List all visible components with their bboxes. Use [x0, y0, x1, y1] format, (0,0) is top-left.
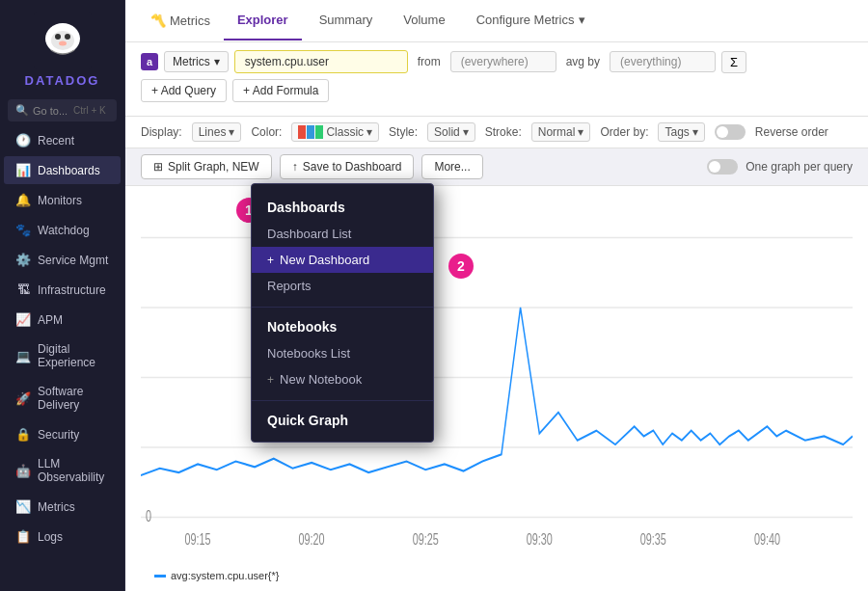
dashboards-dropdown-menu[interactable]: Dashboards Dashboard List + New Dashboar…: [251, 183, 434, 443]
notebooks-list-label: Notebooks List: [267, 346, 350, 361]
sidebar-item-monitors[interactable]: 🔔 Monitors: [4, 186, 121, 214]
order-select[interactable]: Tags ▾: [658, 122, 704, 142]
sidebar-item-apm[interactable]: 📈 APM: [4, 306, 121, 334]
sidebar-item-label-llm: LLM Observability: [38, 457, 109, 484]
reverse-order-toggle[interactable]: [715, 124, 746, 140]
sidebar: DATADOG 🔍 Go to... Ctrl + K 🕐 Recent 📊 D…: [0, 0, 125, 591]
add-formula-button[interactable]: + Add Formula: [232, 79, 329, 102]
chevron-down-icon: ▾: [463, 125, 469, 139]
logs-icon: 📋: [15, 529, 31, 544]
sidebar-item-label-watchdog: Watchdog: [38, 224, 90, 237]
top-tabs: 〽️ Metrics Explorer Summary Volume Confi…: [125, 0, 868, 42]
dropdown-notebooks-list[interactable]: Notebooks List: [252, 340, 433, 366]
sidebar-item-label-service-mgmt: Service Mgmt: [38, 254, 108, 267]
dropdown-divider-1: [252, 307, 433, 308]
svg-text:09:40: 09:40: [754, 531, 780, 549]
chevron-down-icon: ▾: [229, 125, 234, 139]
svg-text:0: 0: [146, 508, 151, 525]
sidebar-item-metrics[interactable]: 📉 Metrics: [4, 493, 121, 521]
sidebar-item-infrastructure[interactable]: 🏗 Infrastructure: [4, 276, 121, 304]
svg-point-5: [55, 34, 61, 40]
sidebar-item-label-infrastructure: Infrastructure: [38, 283, 106, 297]
service-mgmt-icon: ⚙️: [15, 253, 31, 267]
software-delivery-icon: 🚀: [15, 391, 31, 406]
from-label: from: [414, 55, 445, 68]
datadog-logo: [34, 12, 92, 69]
split-graph-button[interactable]: ⊞ Split Graph, NEW: [141, 154, 272, 179]
metric-value-input[interactable]: [234, 50, 408, 73]
svg-point-7: [59, 41, 67, 46]
chevron-down-icon: ▾: [579, 13, 585, 27]
style-select[interactable]: Solid ▾: [427, 122, 475, 142]
order-label: Order by:: [600, 125, 648, 139]
color-blocks: [298, 125, 323, 139]
add-query-button[interactable]: + Add Query: [141, 79, 227, 102]
chart-area: 09:15 09:20 09:25 09:30 09:35 09:40 0 av…: [125, 186, 868, 591]
sidebar-item-label-recent: Recent: [38, 134, 74, 148]
tab-metrics[interactable]: 〽️ Metrics: [141, 2, 220, 40]
logo-area: DATADOG: [0, 0, 124, 95]
sidebar-item-software-delivery[interactable]: 🚀 Software Delivery: [4, 378, 121, 418]
dashboards-icon: 📊: [15, 163, 31, 177]
tab-configure-metrics[interactable]: Configure Metrics ▾: [463, 1, 599, 40]
one-graph-toggle[interactable]: [707, 159, 738, 175]
query-badge: a: [141, 53, 158, 70]
display-bar: Display: Lines ▾ Color: Classic ▾ Style:…: [125, 117, 868, 148]
chevron-down-icon: ▾: [214, 55, 220, 68]
dashboard-list-label: Dashboard List: [267, 227, 351, 241]
sidebar-item-label-software-delivery: Software Delivery: [38, 385, 109, 412]
sidebar-item-dashboards[interactable]: 📊 Dashboards: [4, 156, 121, 184]
sidebar-item-llm[interactable]: 🤖 LLM Observability: [4, 450, 121, 491]
dropdown-dashboard-list[interactable]: Dashboard List: [252, 221, 433, 247]
sigma-button[interactable]: Σ: [721, 51, 746, 73]
sidebar-item-recent[interactable]: 🕐 Recent: [4, 126, 121, 154]
toggle-knob: [717, 126, 728, 138]
one-graph-per-query-row: One graph per query: [707, 159, 853, 175]
tab-volume[interactable]: Volume: [390, 1, 458, 40]
action-bar: ⊞ Split Graph, NEW ↑ Save to Dashboard M…: [125, 148, 868, 186]
one-graph-label: One graph per query: [746, 160, 853, 174]
sidebar-item-digital-exp[interactable]: 💻 Digital Experience: [4, 336, 121, 376]
color-block-red: [298, 125, 306, 139]
chevron-down-icon: ▾: [578, 125, 583, 139]
metrics-icon: 📉: [15, 499, 31, 514]
sidebar-item-logs[interactable]: 📋 Logs: [4, 523, 121, 551]
reports-label: Reports: [267, 279, 312, 293]
digital-exp-icon: 💻: [15, 349, 31, 363]
sidebar-item-security[interactable]: 🔒 Security: [4, 420, 121, 448]
metric-type-select[interactable]: Metrics ▾: [164, 51, 229, 72]
more-button[interactable]: More...: [421, 154, 482, 179]
plus-icon-2: +: [267, 373, 274, 387]
color-block-green: [315, 125, 323, 139]
monitors-icon: 🔔: [15, 193, 31, 207]
tab-summary[interactable]: Summary: [306, 1, 387, 40]
dropdown-reports[interactable]: Reports: [252, 273, 433, 299]
from-field[interactable]: (everywhere): [450, 51, 556, 72]
global-search[interactable]: 🔍 Go to... Ctrl + K: [8, 99, 117, 121]
sidebar-item-label-monitors: Monitors: [38, 194, 82, 207]
dropdown-notebooks-title: Notebooks: [252, 315, 433, 340]
svg-text:09:30: 09:30: [527, 531, 553, 549]
dropdown-new-dashboard[interactable]: + New Dashboard: [252, 247, 433, 273]
svg-text:09:25: 09:25: [413, 531, 439, 549]
watchdog-icon: 🐾: [15, 223, 31, 237]
save-to-dashboard-button[interactable]: ↑ Save to Dashboard: [280, 154, 415, 179]
save-icon: ↑: [292, 160, 298, 174]
chart-legend: avg:system.cpu.user{*}: [154, 570, 280, 581]
avg-field[interactable]: (everything): [610, 51, 716, 72]
svg-point-6: [65, 34, 70, 40]
tab-explorer[interactable]: Explorer: [224, 1, 302, 40]
viz-label: Style:: [389, 125, 418, 139]
display-label: Display:: [141, 125, 182, 139]
add-buttons-row: + Add Query + Add Formula: [141, 79, 853, 102]
sidebar-item-watchdog[interactable]: 🐾 Watchdog: [4, 216, 121, 244]
stroke-select[interactable]: Normal ▾: [531, 122, 591, 142]
dropdown-new-notebook[interactable]: + New Notebook: [252, 366, 433, 392]
color-palette-select[interactable]: Classic ▾: [291, 122, 379, 142]
sidebar-item-service-mgmt[interactable]: ⚙️ Service Mgmt: [4, 246, 121, 274]
infrastructure-icon: 🏗: [15, 282, 31, 297]
sidebar-item-label-security: Security: [38, 428, 79, 442]
display-type-select[interactable]: Lines ▾: [192, 122, 242, 142]
new-dashboard-label: New Dashboard: [280, 253, 369, 267]
chart-svg: 09:15 09:20 09:25 09:30 09:35 09:40 0: [141, 196, 853, 587]
